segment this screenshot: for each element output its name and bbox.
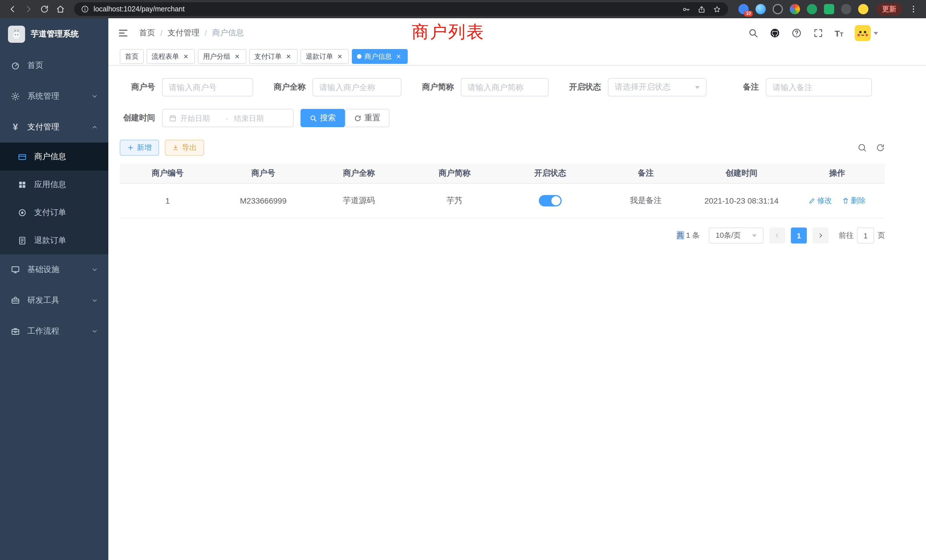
goto-page-input[interactable] bbox=[857, 227, 874, 244]
sidebar-item-system[interactable]: 系统管理 bbox=[0, 81, 108, 112]
breadcrumb-home[interactable]: 首页 bbox=[139, 28, 155, 38]
pagination: 共 1 条 10条/页 1 前往 bbox=[120, 227, 885, 244]
sidebar-item-refund-orders[interactable]: 退款订单 bbox=[0, 226, 108, 254]
cell-full-name: 芋道源码 bbox=[311, 183, 407, 218]
start-date-input bbox=[180, 114, 220, 122]
delete-link[interactable]: 删除 bbox=[842, 195, 865, 206]
sidebar-item-label: 研发工具 bbox=[27, 295, 59, 306]
sidebar-item-home[interactable]: 首页 bbox=[0, 50, 108, 81]
remark-input[interactable] bbox=[766, 78, 872, 96]
github-icon[interactable] bbox=[770, 28, 780, 38]
toggle-search-icon[interactable] bbox=[858, 143, 867, 152]
password-key-icon[interactable] bbox=[682, 5, 690, 14]
extension-icon-1[interactable]: 10 bbox=[738, 4, 749, 14]
edit-link[interactable]: 修改 bbox=[808, 195, 832, 206]
col-full-name: 商户全称 bbox=[311, 163, 407, 183]
table-header-row: 商户编号 商户号 商户全称 商户简称 开启状态 备注 创建时间 操作 bbox=[120, 163, 885, 183]
create-time-range-picker[interactable]: - bbox=[162, 109, 294, 127]
merchant-short-name-input[interactable] bbox=[461, 78, 549, 96]
browser-update-button[interactable]: 更新 bbox=[876, 3, 902, 15]
user-avatar-menu[interactable] bbox=[855, 25, 878, 41]
sidebar-item-label: 商户信息 bbox=[34, 151, 66, 162]
briefcase-icon bbox=[10, 327, 21, 336]
address-bar[interactable]: localhost:1024/pay/merchant bbox=[74, 2, 728, 16]
extension-icon-4[interactable] bbox=[790, 4, 800, 14]
col-remark: 备注 bbox=[598, 163, 694, 183]
search-form-row-2: 创建时间 - 搜索 bbox=[120, 109, 885, 127]
extension-icon-3[interactable] bbox=[773, 4, 783, 14]
breadcrumb-separator bbox=[160, 29, 162, 38]
col-create-time: 创建时间 bbox=[694, 163, 790, 183]
status-toggle[interactable] bbox=[539, 195, 561, 206]
home-icon[interactable] bbox=[54, 2, 67, 16]
tab-refund-orders[interactable]: 退款订单 bbox=[301, 49, 349, 64]
reset-button[interactable]: 重置 bbox=[345, 109, 389, 127]
sidebar-item-payment[interactable]: ¥ 支付管理 bbox=[0, 112, 108, 142]
forward-icon[interactable] bbox=[22, 2, 35, 16]
sidebar-item-pay-orders[interactable]: 支付订单 bbox=[0, 198, 108, 226]
next-page-button[interactable] bbox=[813, 227, 829, 244]
prev-page-button[interactable] bbox=[769, 227, 785, 244]
sidebar-logo[interactable]: 芋道管理系统 bbox=[0, 18, 108, 50]
tab-merchant-info[interactable]: 商户信息 bbox=[352, 49, 408, 64]
extension-icon-7[interactable] bbox=[841, 4, 851, 14]
browser-menu-icon[interactable] bbox=[906, 2, 920, 16]
sidebar-item-infrastructure[interactable]: 基础设施 bbox=[0, 254, 108, 285]
close-icon[interactable] bbox=[182, 53, 190, 61]
reload-icon[interactable] bbox=[38, 2, 51, 16]
merchant-table: 商户编号 商户号 商户全称 商户简称 开启状态 备注 创建时间 操作 1 bbox=[120, 163, 885, 218]
tab-user-group[interactable]: 用户分组 bbox=[198, 49, 246, 64]
chevron-down-icon bbox=[695, 86, 700, 89]
pagination-total: 共 1 条 bbox=[676, 230, 700, 241]
chevron-down-icon bbox=[752, 234, 757, 237]
avatar bbox=[855, 25, 871, 41]
field-status: 开启状态 请选择开启状态 bbox=[566, 78, 707, 96]
sidebar-item-label: 基础设施 bbox=[27, 265, 59, 275]
top-navbar: 首页 支付管理 商户信息 bbox=[108, 18, 926, 48]
refresh-table-icon[interactable] bbox=[876, 143, 885, 152]
back-icon[interactable] bbox=[6, 2, 20, 16]
extension-icon-6[interactable] bbox=[824, 4, 834, 14]
tab-home[interactable]: 首页 bbox=[120, 49, 144, 64]
sidebar-fold-icon[interactable] bbox=[118, 27, 129, 39]
breadcrumb-payment[interactable]: 支付管理 bbox=[168, 28, 200, 38]
merchant-no-input[interactable] bbox=[162, 78, 253, 96]
field-merchant-short-name: 商户简称 bbox=[419, 78, 549, 96]
close-icon[interactable] bbox=[284, 53, 292, 61]
font-size-icon[interactable] bbox=[834, 29, 843, 37]
tab-process-form[interactable]: 流程表单 bbox=[147, 49, 195, 64]
site-info-icon[interactable] bbox=[81, 5, 89, 13]
search-button[interactable]: 搜索 bbox=[301, 109, 345, 127]
merchant-full-name-input[interactable] bbox=[312, 78, 401, 96]
extension-icon-8[interactable] bbox=[858, 4, 869, 14]
share-icon[interactable] bbox=[698, 5, 706, 14]
close-icon[interactable] bbox=[233, 53, 241, 61]
add-button[interactable]: 新增 bbox=[120, 140, 159, 156]
page-content: 商户号 商户全称 商户简称 bbox=[108, 65, 926, 560]
active-tab-dot bbox=[357, 54, 362, 59]
fullscreen-icon[interactable] bbox=[813, 28, 823, 38]
export-button[interactable]: 导出 bbox=[165, 140, 204, 156]
sidebar-item-merchant-info[interactable]: 商户信息 bbox=[0, 142, 108, 171]
bookmark-star-icon[interactable] bbox=[713, 5, 721, 14]
header-search-icon[interactable] bbox=[748, 28, 758, 38]
close-icon[interactable] bbox=[395, 53, 402, 61]
sidebar-item-app-info[interactable]: 应用信息 bbox=[0, 171, 108, 198]
sidebar-item-workflow[interactable]: 工作流程 bbox=[0, 316, 108, 347]
extension-icon-5[interactable] bbox=[807, 4, 817, 14]
page-number-button[interactable]: 1 bbox=[791, 227, 807, 244]
cell-create-time: 2021-10-23 08:31:14 bbox=[694, 183, 790, 218]
field-label: 商户全称 bbox=[270, 82, 306, 92]
chevron-up-icon bbox=[91, 124, 98, 130]
page-size-select[interactable]: 10条/页 bbox=[709, 227, 764, 244]
field-label: 商户简称 bbox=[419, 82, 454, 92]
sidebar-item-dev-tools[interactable]: 研发工具 bbox=[0, 285, 108, 316]
help-icon[interactable] bbox=[791, 28, 801, 38]
gear-icon bbox=[10, 92, 21, 101]
status-select[interactable]: 请选择开启状态 bbox=[608, 78, 707, 96]
tab-pay-orders[interactable]: 支付订单 bbox=[249, 49, 298, 64]
end-date-input bbox=[234, 114, 274, 122]
extension-icon-2[interactable] bbox=[755, 4, 766, 14]
close-icon[interactable] bbox=[336, 53, 344, 61]
col-status: 开启状态 bbox=[502, 163, 598, 183]
